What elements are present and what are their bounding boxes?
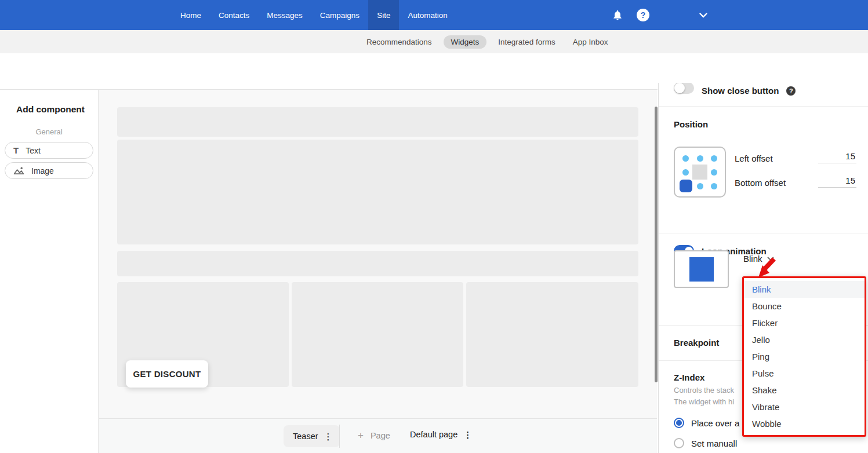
dropdown-option-shake[interactable]: Shake [744,382,865,399]
notifications-bell-icon[interactable] [608,0,627,30]
get-discount-teaser-button[interactable]: GET DISCOUNT [126,360,208,388]
position-selected-marker [680,180,692,192]
position-bottom-left-selected[interactable] [679,180,692,192]
animation-chevron-down-icon [767,257,774,261]
show-close-button-row: Show close button ? [659,86,868,96]
position-bottom-right[interactable] [707,180,721,192]
dropdown-option-pulse[interactable]: Pulse [744,365,865,382]
subnav-widgets-active[interactable]: Widgets [444,35,487,49]
add-page-button[interactable]: + Page [358,430,390,441]
component-text-label: Text [26,146,41,155]
dropdown-option-vibrate[interactable]: Vibrate [744,399,865,415]
nav-item-campaigns[interactable]: Campaigns [311,0,368,30]
show-close-help-icon[interactable]: ? [786,86,796,96]
radio-unselected-icon [674,438,684,448]
position-dot [711,169,717,176]
placeholder-block-strip[interactable] [117,251,638,276]
animation-preview-box [674,250,729,288]
dropdown-option-wobble[interactable]: Wobble [744,415,865,432]
dropdown-option-ping[interactable]: Ping [744,348,865,365]
position-dot [697,155,703,162]
radio-set-manually-label: Set manuall [691,439,737,448]
subnav-integrated-forms[interactable]: Integrated forms [492,35,561,49]
widget-editor-app: Home Contacts Messages Campaigns Site Au… [0,0,868,453]
animation-preview-square [689,257,714,282]
panel-divider [659,233,868,233]
bottom-offset-row: Bottom offset [735,176,856,188]
sidebar-section-general: General [0,127,98,136]
left-offset-label: Left offset [735,154,773,163]
animation-dropdown-menu: Blink Bounce Flicker Jello Ping Pulse Sh… [742,276,866,437]
image-icon [13,166,24,175]
animation-select[interactable]: Blink [743,254,774,264]
position-dot [711,183,717,189]
nav-item-home[interactable]: Home [172,0,210,30]
position-center-square [692,165,707,180]
widget-canvas: GET DISCOUNT Teaser ⋮ + Page Default pag… [99,90,657,453]
top-navigation-bar: Home Contacts Messages Campaigns Site Au… [0,0,868,30]
plus-icon: + [358,430,364,441]
main-nav-items: Home Contacts Messages Campaigns Site Au… [172,0,456,30]
component-image-label: Image [31,166,54,176]
placeholder-block-column-2[interactable] [292,282,463,387]
teaser-page-tab[interactable]: Teaser ⋮ [284,425,340,447]
position-top-left[interactable] [679,152,692,165]
position-middle-left[interactable] [679,165,692,180]
teaser-kebab-menu-icon[interactable]: ⋮ [324,432,333,441]
dropdown-option-jello[interactable]: Jello [744,331,865,348]
position-top-center[interactable] [692,152,707,165]
z-index-description: Controls the stack The widget with hi [659,385,746,408]
site-sub-navigation: Recommendations Widgets Integrated forms… [0,30,868,53]
text-icon: T [13,145,19,155]
position-middle-right[interactable] [707,165,721,180]
help-icon[interactable]: ? [633,0,653,30]
sub-nav-items: Recommendations Widgets Integrated forms… [361,30,613,53]
nav-item-automation[interactable]: Automation [399,0,456,30]
dropdown-option-blink[interactable]: Blink [744,281,865,298]
position-dot [711,155,717,162]
add-page-label: Page [371,431,390,440]
placeholder-block-header[interactable] [117,107,638,137]
left-offset-input[interactable] [818,151,856,163]
nav-item-messages[interactable]: Messages [258,0,311,30]
account-menu-chevron-down-icon[interactable] [693,0,713,30]
left-offset-row: Left offset [735,151,856,163]
show-close-button-label: Show close button [702,86,779,96]
position-bottom-center[interactable] [692,180,707,192]
subnav-app-inbox[interactable]: App Inbox [567,35,614,49]
radio-selected-icon [674,418,684,428]
z-index-description-line-2: The widget with hi [674,396,733,408]
position-dot [697,183,703,189]
dropdown-option-flicker[interactable]: Flicker [744,315,865,331]
component-text-button[interactable]: T Text [5,142,93,159]
position-center[interactable] [692,165,707,180]
radio-place-over-label: Place over a [691,418,739,428]
toggle-knob [674,83,685,93]
component-image-button[interactable]: Image [5,162,93,179]
animation-selected-value: Blink [743,254,762,264]
position-section-title: Position [659,119,868,129]
pages-bottom-bar: Teaser ⋮ + Page Default page ⋮ [99,418,657,453]
z-index-description-line-1: Controls the stack [674,385,733,396]
default-page-tab[interactable]: Default page ⋮ [410,430,472,439]
position-dot [682,169,689,176]
default-page-kebab-menu-icon[interactable]: ⋮ [463,430,472,439]
dropdown-option-bounce[interactable]: Bounce [744,298,865,315]
show-close-button-toggle[interactable] [674,83,694,94]
panel-divider [659,106,868,107]
bottom-offset-label: Bottom offset [735,178,786,188]
position-top-right[interactable] [707,152,721,165]
add-component-sidebar: Add component General T Text Image [0,90,99,453]
nav-item-site[interactable]: Site [368,0,399,30]
canvas-scrollbar[interactable] [655,107,658,382]
placeholder-block-hero[interactable] [117,140,638,244]
bottom-bar-divider [339,425,340,448]
sidebar-title: Add component [16,104,98,115]
bottom-offset-input[interactable] [818,176,856,188]
nav-item-contacts[interactable]: Contacts [210,0,258,30]
placeholder-block-column-3[interactable] [466,282,638,387]
position-selector-grid [674,147,726,198]
help-question-glyph: ? [637,9,649,21]
subnav-recommendations[interactable]: Recommendations [361,35,438,49]
z-index-radio-set-manually[interactable]: Set manuall [674,438,855,448]
